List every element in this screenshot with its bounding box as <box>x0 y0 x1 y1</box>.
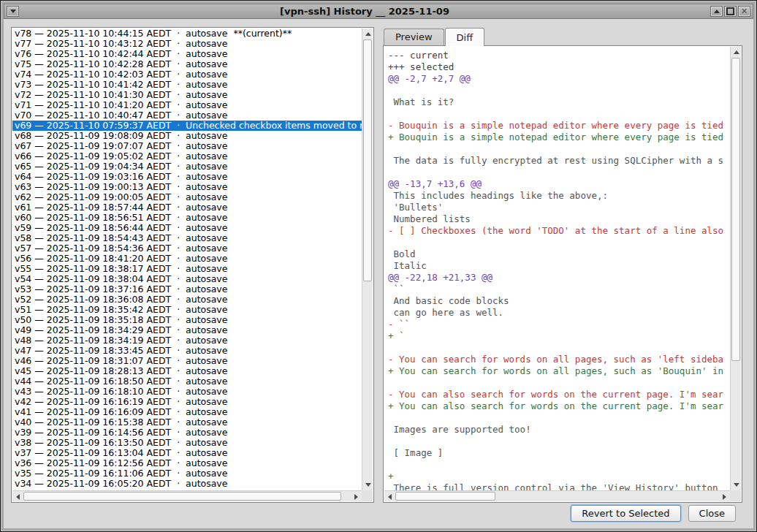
maximize-icon <box>726 7 734 15</box>
history-item[interactable]: v53 — 2025-11-09 18:37:16 AEDT · autosav… <box>12 284 362 294</box>
history-item[interactable]: v45 — 2025-11-09 18:28:13 AEDT · autosav… <box>12 366 362 376</box>
diff-line-meta: --- current <box>388 50 730 61</box>
diff-line-ctx: Bold <box>388 248 730 260</box>
scroll-left-button[interactable] <box>384 491 395 502</box>
history-item[interactable]: v59 — 2025-11-09 18:56:44 AEDT · autosav… <box>12 223 362 233</box>
history-item[interactable]: v56 — 2025-11-09 18:41:20 AEDT · autosav… <box>12 254 362 264</box>
scrollbar-corner <box>362 490 373 501</box>
scroll-up-icon <box>734 50 739 54</box>
diff-line-ctx <box>388 436 730 447</box>
diff-vertical-scrollbar[interactable] <box>730 47 741 490</box>
history-item[interactable]: v68 — 2025-11-09 19:08:09 AEDT · autosav… <box>12 131 362 141</box>
scroll-right-button[interactable] <box>351 491 362 502</box>
shade-button[interactable] <box>710 6 723 17</box>
history-item[interactable]: v48 — 2025-11-09 18:34:19 AEDT · autosav… <box>12 335 362 346</box>
close-button[interactable]: Close <box>688 505 736 522</box>
history-hscroll-thumb[interactable] <box>23 492 341 501</box>
history-item[interactable]: v63 — 2025-11-09 19:00:13 AEDT · autosav… <box>12 182 362 192</box>
history-item[interactable]: v57 — 2025-11-09 18:54:36 AEDT · autosav… <box>12 243 362 254</box>
history-item[interactable]: v58 — 2025-11-09 18:54:43 AEDT · autosav… <box>12 233 362 243</box>
history-list-panel: v78 — 2025-11-10 10:44:15 AEDT · autosav… <box>11 27 374 503</box>
diff-line-ctx <box>388 459 730 471</box>
history-item[interactable]: v75 — 2025-11-10 10:42:28 AEDT · autosav… <box>12 59 362 69</box>
diff-line-hunk: @@ -2,7 +2,7 @@ <box>388 73 730 85</box>
history-item[interactable]: v55 — 2025-11-09 18:38:17 AEDT · autosav… <box>12 264 362 274</box>
history-vertical-scrollbar[interactable] <box>362 28 373 490</box>
scroll-right-icon <box>723 494 726 500</box>
history-item[interactable]: v51 — 2025-11-09 18:35:42 AEDT · autosav… <box>12 305 362 315</box>
diff-line-add: + <box>388 471 730 482</box>
tab-diff[interactable]: Diff <box>445 28 485 46</box>
diff-panel: --- current+++ selected@@ -2,7 +2,7 @@ W… <box>383 45 742 503</box>
history-vscroll-thumb[interactable] <box>363 39 372 281</box>
diff-line-ctx: `` <box>388 284 730 295</box>
history-item[interactable]: v78 — 2025-11-10 10:44:15 AEDT · autosav… <box>12 28 362 39</box>
scroll-right-icon <box>354 494 358 500</box>
history-item[interactable]: v71 — 2025-11-10 10:41:20 AEDT · autosav… <box>12 100 362 110</box>
diff-line-ctx: And basic code blocks <box>388 295 730 307</box>
diff-line-hunk: @@ -13,7 +13,6 @@ <box>388 178 730 190</box>
scroll-left-button[interactable] <box>12 491 23 502</box>
history-hscroll-track[interactable] <box>23 491 351 501</box>
history-item[interactable]: v74 — 2025-11-10 10:42:03 AEDT · autosav… <box>12 69 362 80</box>
history-item[interactable]: v77 — 2025-11-10 10:43:12 AEDT · autosav… <box>12 39 362 49</box>
diff-horizontal-scrollbar[interactable] <box>384 490 730 501</box>
history-vscroll-track[interactable] <box>362 39 373 479</box>
diff-line-add: + Bouquin is a simple notepad editor whe… <box>388 132 730 143</box>
history-item[interactable]: v38 — 2025-11-09 16:13:50 AEDT · autosav… <box>12 438 362 448</box>
history-item[interactable]: v42 — 2025-11-09 16:16:19 AEDT · autosav… <box>12 397 362 407</box>
scroll-up-icon <box>365 32 371 36</box>
history-item[interactable]: v72 — 2025-11-10 10:41:30 AEDT · autosav… <box>12 90 362 100</box>
diff-view: --- current+++ selected@@ -2,7 +2,7 @@ W… <box>384 47 730 490</box>
history-item[interactable]: v35 — 2025-11-09 16:11:06 AEDT · autosav… <box>12 468 362 479</box>
diff-line-del: - You can search for words on all pages,… <box>388 354 730 365</box>
tab-preview[interactable]: Preview <box>384 28 444 45</box>
diff-line-add: + ` <box>388 330 730 342</box>
history-item[interactable]: v46 — 2025-11-09 18:31:07 AEDT · autosav… <box>12 356 362 366</box>
diff-hscroll-track[interactable] <box>395 491 719 501</box>
history-item[interactable]: v52 — 2025-11-09 18:36:08 AEDT · autosav… <box>12 294 362 305</box>
history-item[interactable]: v54 — 2025-11-09 18:38:04 AEDT · autosav… <box>12 274 362 284</box>
diff-hscroll-thumb[interactable] <box>395 492 495 501</box>
diff-line-add: + You can search for words on all pages,… <box>388 365 730 377</box>
window-menu-button[interactable] <box>7 6 19 17</box>
history-item[interactable]: v36 — 2025-11-09 16:12:56 AEDT · autosav… <box>12 458 362 468</box>
history-item[interactable]: v49 — 2025-11-09 18:34:29 AEDT · autosav… <box>12 325 362 335</box>
history-item[interactable]: v47 — 2025-11-09 18:33:45 AEDT · autosav… <box>12 346 362 356</box>
history-item-selected[interactable]: v69 — 2025-11-10 07:59:37 AEDT · Uncheck… <box>12 121 362 131</box>
diff-line-ctx <box>388 237 730 248</box>
history-horizontal-scrollbar[interactable] <box>12 490 362 501</box>
scroll-up-button[interactable] <box>731 47 742 58</box>
history-item[interactable]: v70 — 2025-11-10 10:40:47 AEDT · autosav… <box>12 110 362 121</box>
scroll-right-button[interactable] <box>719 491 730 502</box>
history-item[interactable]: v64 — 2025-11-09 19:03:16 AEDT · autosav… <box>12 172 362 182</box>
scroll-up-button[interactable] <box>362 28 373 39</box>
history-item[interactable]: v40 — 2025-11-09 16:15:38 AEDT · autosav… <box>12 417 362 428</box>
close-window-button[interactable]: ✕ <box>738 6 750 17</box>
diff-vscroll-track[interactable] <box>731 58 741 479</box>
history-item[interactable]: v44 — 2025-11-09 16:18:50 AEDT · autosav… <box>12 376 362 387</box>
history-item[interactable]: v34 — 2025-11-09 16:05:20 AEDT · autosav… <box>12 479 362 489</box>
history-item[interactable]: v50 — 2025-11-09 18:35:18 AEDT · autosav… <box>12 315 362 325</box>
history-item[interactable]: v41 — 2025-11-09 16:16:09 AEDT · autosav… <box>12 407 362 417</box>
diff-line-ctx <box>388 377 730 389</box>
history-item[interactable]: v62 — 2025-11-09 19:00:05 AEDT · autosav… <box>12 192 362 202</box>
history-item[interactable]: v39 — 2025-11-09 16:14:56 AEDT · autosav… <box>12 428 362 438</box>
history-item[interactable]: v43 — 2025-11-09 16:18:10 AEDT · autosav… <box>12 387 362 397</box>
history-item[interactable]: v65 — 2025-11-09 19:04:34 AEDT · autosav… <box>12 162 362 172</box>
history-item[interactable]: v66 — 2025-11-09 19:05:02 AEDT · autosav… <box>12 151 362 162</box>
history-item[interactable]: v60 — 2025-11-09 18:56:51 AEDT · autosav… <box>12 213 362 223</box>
history-item[interactable]: v73 — 2025-11-10 10:41:42 AEDT · autosav… <box>12 80 362 90</box>
diff-line-ctx: Images are supported too! <box>388 424 730 436</box>
scroll-down-button[interactable] <box>731 479 742 490</box>
diff-vscroll-thumb[interactable] <box>731 58 740 361</box>
revert-to-selected-button[interactable]: Revert to Selected <box>571 505 680 522</box>
history-item[interactable]: v61 — 2025-11-09 18:57:44 AEDT · autosav… <box>12 202 362 213</box>
diff-line-ctx <box>388 143 730 155</box>
maximize-button[interactable] <box>724 6 737 17</box>
scroll-down-button[interactable] <box>362 479 373 490</box>
history-item[interactable]: v37 — 2025-11-09 16:13:04 AEDT · autosav… <box>12 448 362 458</box>
history-item[interactable]: v67 — 2025-11-09 19:07:07 AEDT · autosav… <box>12 141 362 151</box>
titlebar[interactable]: [vpn-ssh] History __ 2025-11-09 ✕ <box>4 4 753 19</box>
history-item[interactable]: v76 — 2025-11-10 10:42:44 AEDT · autosav… <box>12 49 362 59</box>
